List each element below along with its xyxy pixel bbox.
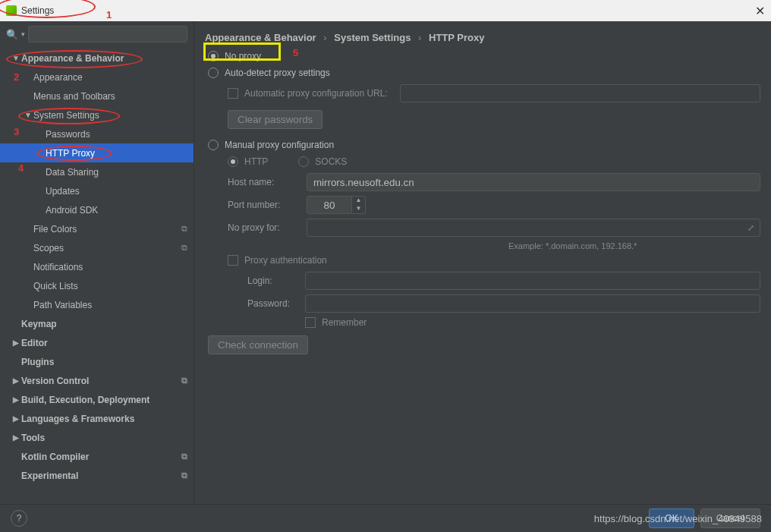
label-login: Login: xyxy=(247,275,305,286)
label-no-proxy: No proxy xyxy=(225,51,261,61)
sidebar-item-version-control[interactable]: ▶Version Control⧉ xyxy=(0,371,194,390)
sidebar-item-label: Tools xyxy=(21,433,187,443)
radio-auto-detect[interactable] xyxy=(208,68,219,78)
search-icon[interactable]: 🔍 xyxy=(6,29,18,40)
project-badge-icon: ⧉ xyxy=(181,471,187,480)
sidebar-item-label: Appearance xyxy=(33,72,187,83)
input-auto-url[interactable] xyxy=(400,84,760,102)
label-password: Password: xyxy=(247,298,305,309)
sidebar-item-label: Path Variables xyxy=(33,300,187,310)
no-proxy-hint: Example: *.domain.com, 192.168.* xyxy=(508,241,760,250)
label-remember: Remember xyxy=(322,317,367,328)
input-login[interactable] xyxy=(305,272,760,290)
sidebar-item-label: Quick Lists xyxy=(33,281,187,291)
breadcrumb-sep-icon: › xyxy=(418,32,421,43)
help-button[interactable]: ? xyxy=(11,510,27,527)
sidebar-item-languages-frameworks[interactable]: ▶Languages & Frameworks xyxy=(0,409,194,428)
breadcrumb-sep-icon: › xyxy=(323,32,326,43)
sidebar-item-file-colors[interactable]: File Colors⧉ xyxy=(0,219,194,238)
sidebar-item-http-proxy[interactable]: HTTP Proxy xyxy=(0,143,194,162)
stepper-up-icon[interactable]: ▲ xyxy=(352,197,365,205)
sidebar-item-label: Plugins xyxy=(21,357,187,367)
sidebar-item-appearance-behavior[interactable]: ▼Appearance & Behavior xyxy=(0,49,194,68)
sidebar-item-label: Passwords xyxy=(46,129,187,140)
sidebar-item-label: Appearance & Behavior xyxy=(21,53,187,64)
sidebar-item-label: File Colors xyxy=(33,224,178,235)
sidebar-item-label: Keymap xyxy=(21,319,187,329)
sidebar-item-quick-lists[interactable]: Quick Lists xyxy=(0,276,194,295)
sidebar-item-editor[interactable]: ▶Editor xyxy=(0,333,194,352)
breadcrumb-a[interactable]: Appearance & Behavior xyxy=(205,32,316,43)
input-port[interactable] xyxy=(307,196,352,214)
sidebar-item-label: Data Sharing xyxy=(46,167,187,178)
dropdown-icon[interactable]: ▾ xyxy=(21,30,25,38)
sidebar-item-experimental[interactable]: Experimental⧉ xyxy=(0,466,194,485)
sidebar-item-label: Android SDK xyxy=(46,205,187,216)
sidebar-item-label: Kotlin Compiler xyxy=(21,452,178,462)
sidebar-item-label: Languages & Frameworks xyxy=(21,414,187,424)
sidebar-item-data-sharing[interactable]: Data Sharing xyxy=(0,162,194,181)
label-auto-detect: Auto-detect proxy settings xyxy=(225,68,330,78)
label-port: Port number: xyxy=(228,200,307,210)
sidebar-item-menus-and-toolbars[interactable]: Menus and Toolbars xyxy=(0,87,194,105)
label-auto-url: Automatic proxy configuration URL: xyxy=(244,88,388,99)
radio-http[interactable] xyxy=(228,156,238,167)
label-no-proxy-for: No proxy for: xyxy=(228,222,307,233)
sidebar-item-android-sdk[interactable]: Android SDK xyxy=(0,200,194,219)
sidebar-item-label: Updates xyxy=(46,186,187,197)
cancel-button[interactable]: Cancel xyxy=(700,508,760,528)
sidebar-item-passwords[interactable]: Passwords xyxy=(0,124,194,143)
check-proxy-auth[interactable] xyxy=(228,255,238,266)
sidebar-item-path-variables[interactable]: Path Variables xyxy=(0,295,194,314)
sidebar-item-kotlin-compiler[interactable]: Kotlin Compiler⧉ xyxy=(0,447,194,466)
clear-passwords-button[interactable]: Clear passwords xyxy=(228,110,323,129)
caret-icon: ▶ xyxy=(11,414,21,423)
check-connection-button[interactable]: Check connection xyxy=(208,335,308,354)
sidebar-item-appearance[interactable]: Appearance xyxy=(0,68,194,87)
sidebar-item-label: Build, Execution, Deployment xyxy=(21,395,187,405)
check-auto-url[interactable] xyxy=(228,88,238,99)
port-stepper[interactable]: ▲▼ xyxy=(307,196,366,214)
app-icon xyxy=(6,5,17,16)
sidebar-item-label: HTTP Proxy xyxy=(46,148,187,159)
sidebar-item-updates[interactable]: Updates xyxy=(0,181,194,200)
breadcrumb-b[interactable]: System Settings xyxy=(334,32,411,43)
label-proxy-auth: Proxy authentication xyxy=(244,255,327,266)
project-badge-icon: ⧉ xyxy=(181,376,187,386)
input-password[interactable] xyxy=(305,294,760,313)
caret-icon: ▶ xyxy=(11,376,21,385)
sidebar-item-keymap[interactable]: Keymap xyxy=(0,314,194,333)
sidebar-item-build-execution-deployment[interactable]: ▶Build, Execution, Deployment xyxy=(0,390,194,409)
sidebar-item-label: Experimental xyxy=(21,471,178,481)
sidebar-item-label: System Settings xyxy=(33,110,187,121)
sidebar-item-plugins[interactable]: Plugins xyxy=(0,352,194,371)
stepper-down-icon[interactable]: ▼ xyxy=(352,205,365,213)
sidebar-item-label: Menus and Toolbars xyxy=(33,91,187,102)
title-bar: Settings ✕ xyxy=(0,0,771,21)
content-panel: Appearance & Behavior › System Settings … xyxy=(194,21,771,504)
ok-button[interactable]: OK xyxy=(649,508,694,528)
sidebar-item-notifications[interactable]: Notifications xyxy=(0,257,194,276)
project-badge-icon: ⧉ xyxy=(181,243,187,253)
radio-no-proxy[interactable] xyxy=(208,51,219,61)
input-hostname[interactable] xyxy=(307,173,760,191)
radio-socks[interactable] xyxy=(298,156,309,167)
input-no-proxy-for[interactable] xyxy=(307,219,760,237)
search-input[interactable] xyxy=(28,26,187,42)
close-icon[interactable]: ✕ xyxy=(755,4,765,18)
expand-icon[interactable]: ⤢ xyxy=(747,223,754,233)
breadcrumb: Appearance & Behavior › System Settings … xyxy=(205,32,760,43)
sidebar: 🔍 ▾ ▼Appearance & BehaviorAppearanceMenu… xyxy=(0,21,194,504)
label-http: HTTP xyxy=(244,156,268,167)
radio-manual[interactable] xyxy=(208,140,219,150)
sidebar-item-scopes[interactable]: Scopes⧉ xyxy=(0,238,194,257)
sidebar-item-label: Scopes xyxy=(33,243,178,253)
window-title: Settings xyxy=(21,5,54,16)
sidebar-item-system-settings[interactable]: ▼System Settings xyxy=(0,105,194,124)
caret-icon: ▶ xyxy=(11,338,21,347)
sidebar-item-tools[interactable]: ▶Tools xyxy=(0,428,194,447)
check-remember[interactable] xyxy=(305,317,316,328)
label-hostname: Host name: xyxy=(228,177,307,187)
label-socks: SOCKS xyxy=(315,156,347,167)
sidebar-item-label: Notifications xyxy=(33,262,187,272)
